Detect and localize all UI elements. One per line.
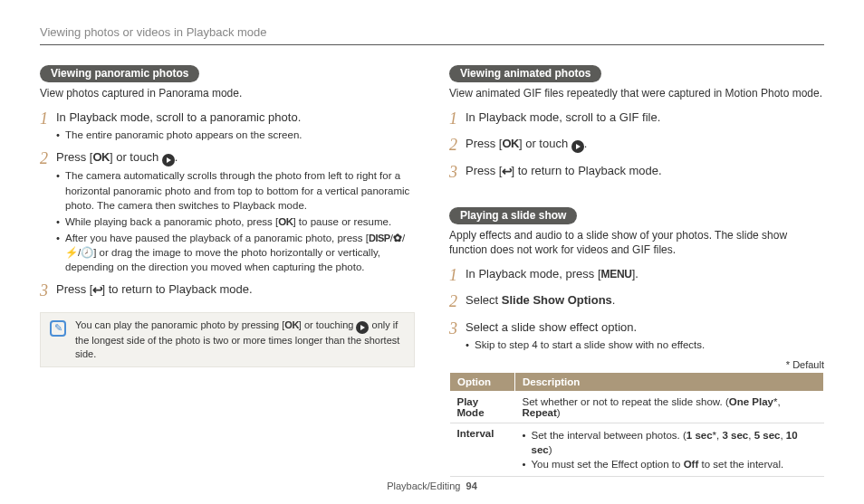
step-number: 1	[40, 108, 56, 130]
options-table: Option Description Play Mode Set whether…	[449, 372, 824, 477]
note-text: You can play the panoramic photo by pres…	[75, 319, 405, 362]
intro-text: View animated GIF files repeatedly that …	[449, 86, 824, 100]
menu-icon: MENU	[601, 268, 632, 281]
bullet: The entire panoramic photo appears on th…	[56, 128, 415, 142]
step-text: Press [	[56, 150, 92, 164]
step-1: 1 In Playback mode, press [MENU].	[449, 266, 824, 287]
step-3: 3 Select a slide show effect option. Ski…	[449, 319, 824, 354]
left-column: Viewing panoramic photos View photos cap…	[40, 65, 415, 477]
timer-icon: 🕗	[81, 247, 93, 258]
step-number: 3	[449, 161, 466, 184]
step-2: 2 Press [OK] or touch .	[449, 136, 824, 157]
note-box: ✎ You can play the panoramic photo by pr…	[40, 312, 415, 368]
page-number: 94	[466, 480, 477, 491]
step-text: Press [	[56, 282, 92, 296]
step-number: 2	[449, 134, 466, 157]
step-2: 2 Select Slide Show Options.	[449, 292, 824, 313]
step-number: 2	[40, 147, 56, 170]
bullet: After you have paused the playback of a …	[56, 231, 415, 275]
note-icon: ✎	[50, 320, 66, 337]
step-text: .	[175, 150, 178, 164]
ok-icon: OK	[284, 319, 299, 330]
step-text: ] to return to Playback mode.	[101, 282, 252, 296]
bullet: While playing back a panoramic photo, pr…	[56, 214, 415, 229]
section-pill-slideshow: Playing a slide show	[449, 207, 577, 224]
default-marker: * Default	[449, 359, 824, 370]
ok-icon: OK	[502, 137, 519, 150]
step-text: ] to return to Playback mode.	[511, 164, 661, 177]
return-icon: ↩	[92, 283, 101, 296]
table-row: Interval Set the interval between photos…	[450, 423, 824, 476]
step-3: 3 Press [↩] to return to Playback mode.	[449, 163, 824, 184]
bold-label: Slide Show Options	[502, 293, 612, 307]
option-desc: Set the interval between photos. (1 sec*…	[515, 423, 824, 476]
play-icon	[162, 154, 175, 166]
table-header-option: Option	[450, 372, 515, 391]
footer-section: Playback/Editing	[387, 480, 460, 491]
intro-text: View photos captured in Panorama mode.	[40, 86, 415, 100]
steps-list: 1 In Playback mode, press [MENU]. 2 Sele…	[449, 266, 824, 354]
macro-icon: ✿	[393, 233, 402, 243]
step-text: In Playback mode, scroll to a GIF file.	[466, 110, 660, 124]
page-header: Viewing photos or videos in Playback mod…	[40, 25, 824, 45]
step-text: Select a slide show effect option.	[466, 320, 637, 334]
section-pill-animated: Viewing animated photos	[449, 65, 601, 82]
step-text: .	[584, 137, 588, 150]
step-2: 2 Press [OK] or touch . The camera autom…	[40, 149, 415, 276]
step-1: 1 In Playback mode, scroll to a panorami…	[40, 109, 415, 144]
step-3: 3 Press [↩] to return to Playback mode.	[40, 281, 415, 302]
ok-icon: OK	[278, 216, 293, 227]
right-column: Viewing animated photos View animated GI…	[449, 65, 824, 477]
step-number: 1	[449, 264, 466, 287]
play-icon	[571, 140, 584, 153]
step-number: 2	[449, 290, 466, 313]
steps-list: 1 In Playback mode, scroll to a panorami…	[40, 109, 415, 302]
steps-list: 1 In Playback mode, scroll to a GIF file…	[449, 109, 824, 184]
flash-icon: ⚡	[65, 247, 78, 258]
bullet: The camera automatically scrolls through…	[56, 168, 415, 212]
play-icon	[356, 321, 369, 334]
table-header-description: Description	[515, 372, 824, 391]
disp-icon: DISP	[369, 233, 390, 243]
option-name: Interval	[450, 423, 515, 476]
table-row: Play Mode Set whether or not to repeat t…	[450, 391, 824, 423]
option-name: Play Mode	[450, 391, 515, 423]
content-columns: Viewing panoramic photos View photos cap…	[40, 65, 824, 477]
step-text: In Playback mode, scroll to a panoramic …	[56, 110, 301, 124]
ok-icon: OK	[92, 150, 110, 164]
step-1: 1 In Playback mode, scroll to a GIF file…	[449, 109, 824, 130]
option-desc: Set whether or not to repeat the slide s…	[515, 391, 824, 423]
step-text: ] or touch	[110, 150, 162, 164]
step-text: ] or touch	[519, 137, 571, 150]
bullet: Skip to step 4 to start a slide show wit…	[466, 338, 824, 352]
step-text: Press [	[466, 137, 502, 150]
step-text: Press [	[466, 164, 502, 177]
intro-text: Apply effects and audio to a slide show …	[449, 228, 824, 257]
step-number: 3	[40, 280, 56, 302]
step-number: 1	[449, 108, 466, 130]
section-pill-panoramic: Viewing panoramic photos	[40, 65, 199, 82]
step-number: 3	[449, 318, 466, 340]
return-icon: ↩	[502, 165, 511, 177]
page-footer: Playback/Editing 94	[0, 480, 864, 491]
